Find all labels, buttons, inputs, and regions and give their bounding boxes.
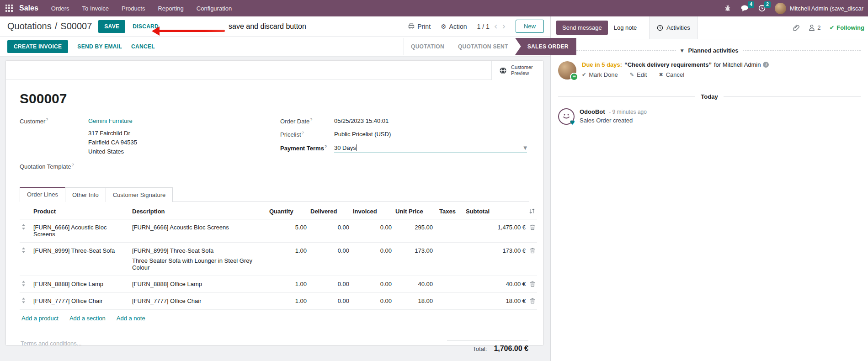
terms-placeholder[interactable]: Terms and conditions... xyxy=(21,340,82,353)
create-invoice-button[interactable]: CREATE INVOICE xyxy=(7,40,68,53)
tab-order-lines[interactable]: Order Lines xyxy=(20,187,65,202)
menu-configuration[interactable]: Configuration xyxy=(197,5,232,12)
menu-to-invoice[interactable]: To Invoice xyxy=(82,5,109,12)
order-date-field[interactable]: 05/25/2023 15:40:01 xyxy=(334,117,527,125)
statusbar-step-quotation[interactable]: QUOTATION xyxy=(404,38,451,55)
pager-previous-icon[interactable]: ‹ xyxy=(494,22,498,31)
cell-subtotal: 18.00 € xyxy=(506,297,526,304)
drag-handle-icon[interactable] xyxy=(21,247,26,253)
drag-handle-icon[interactable] xyxy=(21,224,26,230)
optional-columns-icon[interactable] xyxy=(521,205,537,219)
delete-row-icon[interactable] xyxy=(530,281,535,287)
cell-quantity[interactable]: 5.00 xyxy=(267,219,309,242)
activity-clock-icon[interactable]: 2 xyxy=(758,5,766,12)
drag-handle-icon[interactable] xyxy=(21,281,26,287)
cell-quantity[interactable]: 1.00 xyxy=(267,276,309,292)
menu-orders[interactable]: Orders xyxy=(51,5,69,12)
cell-description[interactable]: [FURN_6666] Acoustic Bloc Screens xyxy=(130,219,267,242)
menu-products[interactable]: Products xyxy=(122,5,145,12)
delete-row-icon[interactable] xyxy=(530,224,535,230)
col-handle xyxy=(20,205,32,219)
cell-unit-price[interactable]: 40.00 xyxy=(394,276,435,292)
cell-invoiced[interactable]: 0.00 xyxy=(351,242,394,276)
cell-invoiced[interactable]: 0.00 xyxy=(351,292,394,309)
tab-other-info[interactable]: Other Info xyxy=(65,187,106,202)
save-button[interactable]: SAVE xyxy=(98,20,125,33)
bug-icon[interactable] xyxy=(724,5,731,12)
delete-row-icon[interactable] xyxy=(530,298,535,304)
breadcrumb-quotations[interactable]: Quotations xyxy=(7,21,52,32)
cell-taxes[interactable] xyxy=(435,219,464,242)
mark-done-button[interactable]: ✔Mark Done xyxy=(582,71,618,78)
tab-customer-signature[interactable]: Customer Signature xyxy=(106,187,173,202)
cell-product[interactable]: [FURN_6666] Acoustic Bloc Screens xyxy=(32,219,130,242)
chatter-topbar: Send message Log note Activities 2 ✔ Fol… xyxy=(551,16,868,39)
cell-quantity[interactable]: 1.00 xyxy=(267,292,309,309)
action-button[interactable]: ⚙ Action xyxy=(441,23,467,30)
payment-terms-field[interactable]: 30 Days ▼ xyxy=(334,144,527,153)
drag-handle-icon[interactable] xyxy=(21,297,26,303)
message-author[interactable]: OdooBot xyxy=(580,108,605,115)
cell-taxes[interactable] xyxy=(435,292,464,309)
apps-grid-icon[interactable] xyxy=(5,5,13,12)
print-button[interactable]: Print xyxy=(408,23,431,30)
new-button[interactable]: New xyxy=(516,20,544,33)
cell-unit-price[interactable]: 173.00 xyxy=(394,242,435,276)
statusbar-step-quotation-sent[interactable]: QUOTATION SENT xyxy=(451,38,515,55)
user-menu[interactable]: Mitchell Admin (save_discar xyxy=(775,3,863,14)
cell-taxes[interactable] xyxy=(435,276,464,292)
cell-unit-price[interactable]: 295.00 xyxy=(394,219,435,242)
cancel-activity-button[interactable]: ✖Cancel xyxy=(659,71,684,78)
customer-preview-button[interactable]: Customer Preview xyxy=(491,61,543,80)
order-reference-title[interactable]: S00007 xyxy=(20,91,529,106)
order-lines-table: Product Description Quantity Delivered I… xyxy=(20,205,537,310)
cell-product[interactable]: [FURN_8888] Office Lamp xyxy=(32,276,130,292)
cell-unit-price[interactable]: 18.00 xyxy=(394,292,435,309)
info-icon[interactable]: i xyxy=(763,62,769,68)
cell-delivered[interactable]: 0.00 xyxy=(309,292,351,309)
cell-description[interactable]: [FURN_8888] Office Lamp xyxy=(130,276,267,292)
attachment-paperclip-icon[interactable] xyxy=(793,24,800,32)
add-product-link[interactable]: Add a product xyxy=(21,315,59,322)
delete-row-icon[interactable] xyxy=(530,248,535,254)
following-button[interactable]: ✔ Following xyxy=(829,24,864,31)
activity-type-badge-icon: ☰ xyxy=(570,73,578,81)
add-section-link[interactable]: Add a section xyxy=(69,315,106,322)
dropdown-caret-icon[interactable]: ▼ xyxy=(523,145,527,150)
send-by-email-button[interactable]: SEND BY EMAIL xyxy=(77,43,122,50)
cancel-button[interactable]: CANCEL xyxy=(131,43,155,50)
cell-subtotal: 1,475.00 € xyxy=(498,224,526,231)
app-name[interactable]: Sales xyxy=(19,4,38,12)
menu-reporting[interactable]: Reporting xyxy=(158,5,183,12)
cell-delivered[interactable]: 0.00 xyxy=(309,219,351,242)
edit-activity-button[interactable]: ✎Edit xyxy=(630,71,647,78)
statusbar-step-sales-order[interactable]: SALES ORDER xyxy=(515,38,576,55)
pricelist-field[interactable]: Public Pricelist (USD) xyxy=(334,131,527,138)
total-value: 1,706.00 € xyxy=(494,345,528,353)
activity-badge: 2 xyxy=(764,1,771,8)
table-row: [FURN_7777] Office Chair [FURN_7777] Off… xyxy=(20,292,537,309)
cell-subtotal: 173.00 € xyxy=(502,247,526,254)
notebook-tabs: Order Lines Other Info Customer Signatur… xyxy=(20,187,529,202)
cell-invoiced[interactable]: 0.00 xyxy=(351,219,394,242)
cell-product[interactable]: [FURN_8999] Three-Seat Sofa xyxy=(32,242,130,276)
add-note-link[interactable]: Add a note xyxy=(117,315,145,322)
cell-invoiced[interactable]: 0.00 xyxy=(351,276,394,292)
cell-description[interactable]: [FURN_7777] Office Chair xyxy=(130,292,267,309)
log-note-button[interactable]: Log note xyxy=(608,21,643,35)
cell-delivered[interactable]: 0.00 xyxy=(309,242,351,276)
cell-taxes[interactable] xyxy=(435,242,464,276)
planned-activities-header[interactable]: ▼ Planned activities xyxy=(558,47,861,54)
followers-button[interactable]: 2 xyxy=(809,24,820,31)
cell-quantity[interactable]: 1.00 xyxy=(267,242,309,276)
cell-product[interactable]: [FURN_7777] Office Chair xyxy=(32,292,130,309)
pager-next-icon[interactable]: › xyxy=(502,22,506,31)
send-message-button[interactable]: Send message xyxy=(556,21,608,35)
messages-icon[interactable]: 4 xyxy=(740,5,749,12)
cell-delivered[interactable]: 0.00 xyxy=(309,276,351,292)
activities-tab[interactable]: Activities xyxy=(649,16,698,39)
text-cursor xyxy=(357,144,357,151)
cell-description[interactable]: [FURN_8999] Three-Seat SofaThree Seater … xyxy=(130,242,267,276)
customer-link[interactable]: Gemini Furniture xyxy=(88,117,278,125)
quotation-template-field[interactable] xyxy=(88,163,278,170)
